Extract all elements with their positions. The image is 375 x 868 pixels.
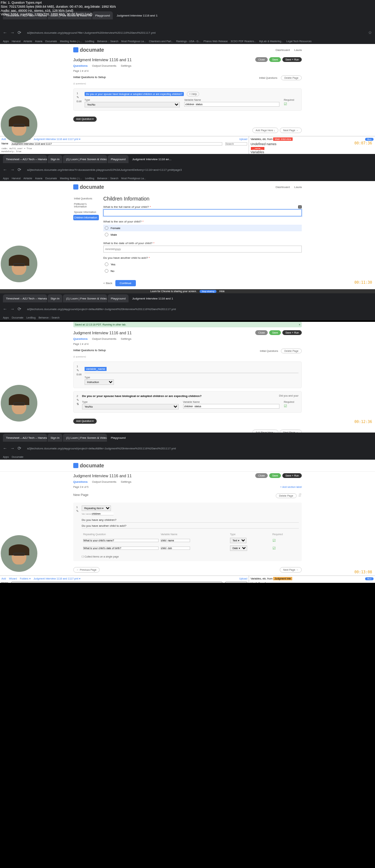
logo[interactable]: documate bbox=[73, 184, 104, 190]
bookmark[interactable]: Rankings - USA - G... bbox=[176, 40, 201, 43]
bookmark[interactable]: Chambers and Part... bbox=[149, 40, 173, 43]
var-name[interactable]: variable_name bbox=[85, 367, 107, 371]
bookmark[interactable]: Meeting Notes | L... bbox=[60, 40, 82, 43]
bookmark[interactable]: MyLab & Mastering... bbox=[259, 40, 283, 43]
question-text[interactable]: Do you or your spouse have biological or… bbox=[85, 92, 184, 96]
bookmark[interactable]: Behance :: Search bbox=[97, 40, 118, 43]
star-icon[interactable]: ☆ bbox=[368, 30, 372, 35]
required-checkbox[interactable]: ☑ bbox=[284, 102, 287, 106]
save-button[interactable]: Save bbox=[269, 57, 281, 62]
bookmark[interactable]: LexBlog bbox=[85, 40, 94, 43]
forward-icon[interactable]: → bbox=[10, 30, 15, 35]
radio-no[interactable]: No bbox=[103, 268, 302, 274]
bookmark[interactable]: Most Prestigious La... bbox=[121, 177, 146, 180]
address-bar[interactable]: a2jtechstore.documate.org/interview?i=do… bbox=[24, 167, 372, 173]
page-nav[interactable]: Page 1 ▾ of 4 bbox=[73, 70, 89, 73]
bookmark[interactable]: LexBlog bbox=[85, 177, 94, 180]
dev-file[interactable]: Judgment Interview 1116 and 1117.yml ▾ bbox=[34, 138, 81, 141]
bookmark[interactable]: Apps bbox=[3, 177, 9, 180]
browser-tab[interactable]: Playground bbox=[108, 155, 128, 163]
help-button[interactable]: + Help bbox=[187, 92, 199, 96]
sidebar-step[interactable]: Children Information bbox=[73, 215, 99, 220]
next-page-button[interactable]: Next Page → bbox=[280, 128, 302, 133]
browser-tab[interactable]: Judgment Interview 1116 an... bbox=[129, 155, 173, 163]
browser-tab[interactable]: Judgment Interview 1116 and 11... bbox=[114, 11, 157, 19]
add-page-here-button[interactable]: Add Page Here ↓ bbox=[252, 128, 278, 133]
tab-settings[interactable]: Settings bbox=[121, 64, 131, 67]
save-run-button[interactable]: Save + Run bbox=[282, 57, 302, 62]
repeat-type-select[interactable]: Repeating Item ▾ bbox=[82, 505, 111, 511]
bookmark[interactable]: Apps bbox=[3, 40, 9, 43]
radio-female[interactable]: Female bbox=[103, 225, 302, 231]
save-banner: Saved at 12:13:18 PDT. Running in other … bbox=[73, 322, 302, 327]
sidebar-step[interactable]: Spouse Information bbox=[73, 209, 99, 215]
back-icon[interactable]: ← bbox=[3, 30, 7, 35]
browser-tab[interactable]: Sign in bbox=[48, 155, 62, 163]
sidebar-step[interactable]: Petitioner's Information bbox=[73, 201, 99, 209]
logo[interactable]: documate bbox=[73, 47, 104, 53]
forward-icon[interactable]: → bbox=[10, 167, 15, 172]
new-page-label[interactable]: New Page bbox=[73, 493, 89, 497]
q-label: What is the full name of your child? * i bbox=[103, 205, 302, 209]
req-label: Required bbox=[284, 99, 298, 101]
bookmark[interactable]: Harvest bbox=[12, 40, 21, 43]
dev-add[interactable]: Add bbox=[1, 138, 6, 141]
bookmark[interactable]: Harvest bbox=[12, 177, 21, 180]
dev-name-input[interactable] bbox=[11, 142, 223, 146]
meta-size: Size: 702172685 bytes (669.64 MiB), dura… bbox=[1, 5, 116, 9]
bookmark[interactable]: 3CDO PDF Readers... bbox=[231, 40, 256, 43]
add-question-button[interactable]: Add Question ▾ bbox=[73, 117, 97, 122]
dashboard-link[interactable]: Dashboard bbox=[275, 48, 290, 52]
next-page-button[interactable]: Next Page → bbox=[280, 567, 302, 573]
bookmark[interactable]: Meeting Notes | L... bbox=[60, 177, 82, 180]
bookmark[interactable]: Airtable bbox=[23, 177, 32, 180]
user-menu[interactable]: Laura bbox=[294, 48, 302, 52]
bookmark[interactable]: Legal Tech Resources bbox=[286, 40, 312, 43]
back-icon[interactable]: ← bbox=[3, 167, 7, 172]
date-input[interactable] bbox=[103, 246, 302, 253]
section-title: Initial Questions to Setup bbox=[73, 76, 106, 80]
close-button[interactable]: Close bbox=[255, 57, 268, 62]
dev-upload[interactable]: Upload bbox=[239, 138, 247, 141]
logo-icon bbox=[73, 47, 78, 52]
sidebar-step[interactable]: Initial Questions bbox=[73, 196, 99, 201]
previous-page-button[interactable]: ← Previous Page bbox=[73, 567, 100, 573]
run-button[interactable]: Run bbox=[365, 138, 374, 141]
dashboard-link[interactable]: Dashboard bbox=[275, 185, 290, 189]
var-input[interactable] bbox=[184, 102, 279, 107]
drag-icon[interactable]: ⇵ bbox=[298, 493, 302, 498]
edit-icon[interactable]: ✎ bbox=[77, 96, 82, 99]
collect-toggle[interactable]: ☐ Collect items on a single page bbox=[82, 555, 299, 558]
type-select[interactable]: Instruction bbox=[85, 379, 114, 385]
browser-tab[interactable]: (1) Loom | Free Screen & Video... bbox=[63, 155, 107, 163]
user-menu[interactable]: Laura bbox=[294, 185, 302, 189]
timestamp: 00:07:36 bbox=[354, 141, 372, 145]
bookmark[interactable]: Most Prestigious La... bbox=[121, 40, 146, 43]
bookmark[interactable]: Asana bbox=[35, 177, 42, 180]
name-input[interactable] bbox=[103, 209, 302, 216]
add-section-label[interactable]: + Add section label bbox=[280, 486, 302, 489]
address-bar[interactable]: a2jtechstore.documate.org/playground?fil… bbox=[24, 30, 365, 36]
undef-var[interactable]: __name__ bbox=[251, 147, 264, 150]
bookmark[interactable]: Documate bbox=[45, 40, 57, 43]
reload-icon[interactable]: ⟳ bbox=[18, 30, 21, 35]
info-icon[interactable]: i bbox=[298, 205, 302, 209]
radio-yes[interactable]: Yes bbox=[103, 261, 302, 268]
bookmark[interactable]: Airtable bbox=[23, 40, 32, 43]
question-count: (1 questions) bbox=[0, 82, 375, 85]
bookmark[interactable]: Behance :: Search bbox=[97, 177, 118, 180]
continue-button[interactable]: Continue bbox=[115, 280, 136, 286]
tab-output[interactable]: Output Documents bbox=[92, 64, 116, 67]
back-button[interactable]: < Back bbox=[103, 280, 112, 286]
reload-icon[interactable]: ⟳ bbox=[18, 167, 21, 172]
dev-search[interactable] bbox=[225, 142, 247, 146]
tab-questions[interactable]: Questions bbox=[73, 64, 88, 67]
browser-tab[interactable]: Timesheet – A2J Tech – Harvest bbox=[3, 155, 47, 163]
bookmark[interactable]: Documate bbox=[45, 177, 57, 180]
bookmark[interactable]: Pharos Web Release bbox=[204, 40, 228, 43]
radio-male[interactable]: Male bbox=[103, 231, 302, 238]
delete-page-button[interactable]: Delete Page bbox=[281, 76, 302, 80]
close-icon[interactable]: × bbox=[299, 323, 300, 326]
bookmark[interactable]: Asana bbox=[35, 40, 42, 43]
type-select[interactable]: Yes/No bbox=[85, 102, 180, 107]
